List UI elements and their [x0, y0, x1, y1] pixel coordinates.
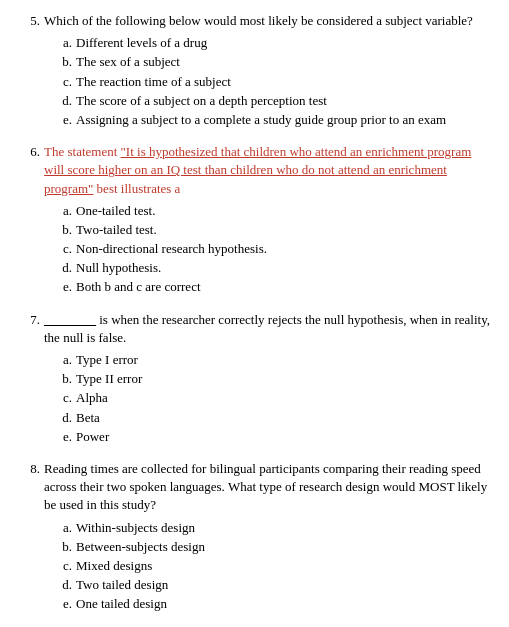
- q6-text: The statement "It is hypothesized that c…: [44, 143, 491, 198]
- question-7: 7. ________ is when the researcher corre…: [18, 311, 491, 446]
- q8-option-b: b. Between-subjects design: [56, 538, 491, 556]
- q5-option-c: c. The reaction time of a subject: [56, 73, 491, 91]
- q6-number: 6.: [18, 143, 40, 198]
- q7-option-c: c. Alpha: [56, 389, 491, 407]
- q7-option-a: a. Type I error: [56, 351, 491, 369]
- q7-option-e: e. Power: [56, 428, 491, 446]
- q5-option-e: e. Assigning a subject to a complete a s…: [56, 111, 491, 129]
- q5-option-d: d. The score of a subject on a depth per…: [56, 92, 491, 110]
- q8-number: 8.: [18, 460, 40, 515]
- q5-option-b: b. The sex of a subject: [56, 53, 491, 71]
- question-8: 8. Reading times are collected for bilin…: [18, 460, 491, 614]
- quiz-content: 5. Which of the following below would mo…: [18, 12, 491, 627]
- q7-option-d: d. Beta: [56, 409, 491, 427]
- q6-option-b: b. Two-tailed test.: [56, 221, 491, 239]
- q8-option-a: a. Within-subjects design: [56, 519, 491, 537]
- q8-option-e: e. One tailed design: [56, 595, 491, 613]
- q5-text: Which of the following below would most …: [44, 12, 491, 30]
- q8-options: a. Within-subjects design b. Between-sub…: [56, 519, 491, 614]
- q8-option-c: c. Mixed designs: [56, 557, 491, 575]
- q5-number: 5.: [18, 12, 40, 30]
- q5-options: a. Different levels of a drug b. The sex…: [56, 34, 491, 129]
- q7-text: ________ is when the researcher correctl…: [44, 311, 491, 347]
- q7-options: a. Type I error b. Type II error c. Alph…: [56, 351, 491, 446]
- q8-text: Reading times are collected for bilingua…: [44, 460, 491, 515]
- q5-option-a: a. Different levels of a drug: [56, 34, 491, 52]
- question-6: 6. The statement "It is hypothesized tha…: [18, 143, 491, 297]
- q8-option-d: d. Two tailed design: [56, 576, 491, 594]
- q7-number: 7.: [18, 311, 40, 347]
- question-5: 5. Which of the following below would mo…: [18, 12, 491, 129]
- q7-option-b: b. Type II error: [56, 370, 491, 388]
- q6-option-a: a. One-tailed test.: [56, 202, 491, 220]
- q6-option-d: d. Null hypothesis.: [56, 259, 491, 277]
- q6-options: a. One-tailed test. b. Two-tailed test. …: [56, 202, 491, 297]
- q6-option-e: e. Both b and c are correct: [56, 278, 491, 296]
- q6-option-c: c. Non-directional research hypothesis.: [56, 240, 491, 258]
